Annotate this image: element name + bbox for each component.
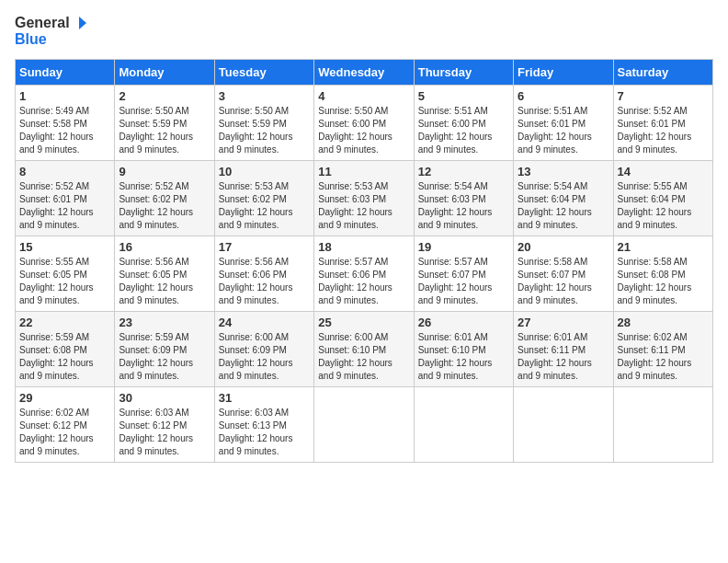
day-info: Sunrise: 5:50 AM Sunset: 5:59 PM Dayligh…: [119, 105, 210, 156]
day-number: 1: [19, 89, 110, 103]
day-info: Sunrise: 6:02 AM Sunset: 6:12 PM Dayligh…: [19, 407, 110, 458]
day-number: 14: [618, 165, 709, 178]
calendar-cell: 30Sunrise: 6:03 AM Sunset: 6:12 PM Dayli…: [115, 386, 214, 462]
day-number: 16: [119, 240, 210, 254]
calendar-cell: 9Sunrise: 5:52 AM Sunset: 6:02 PM Daylig…: [115, 160, 214, 236]
day-number: 7: [618, 89, 709, 103]
calendar-cell: [514, 386, 613, 462]
calendar-cell: 11Sunrise: 5:53 AM Sunset: 6:03 PM Dayli…: [314, 160, 414, 236]
calendar-cell: 28Sunrise: 6:02 AM Sunset: 6:11 PM Dayli…: [613, 311, 712, 386]
calendar-cell: 1Sunrise: 5:49 AM Sunset: 5:58 PM Daylig…: [16, 85, 115, 160]
calendar-cell: 13Sunrise: 5:54 AM Sunset: 6:04 PM Dayli…: [514, 160, 613, 236]
calendar-cell: 25Sunrise: 6:00 AM Sunset: 6:10 PM Dayli…: [314, 311, 414, 386]
day-number: 27: [518, 316, 609, 329]
day-info: Sunrise: 5:53 AM Sunset: 6:02 PM Dayligh…: [219, 180, 310, 232]
calendar-cell: 24Sunrise: 6:00 AM Sunset: 6:09 PM Dayli…: [214, 311, 313, 386]
calendar-table: SundayMondayTuesdayWednesdayThursdayFrid…: [15, 59, 713, 463]
day-number: 21: [618, 240, 709, 254]
day-number: 29: [19, 391, 110, 405]
logo-blue: Blue: [15, 31, 88, 48]
calendar-cell: 3Sunrise: 5:50 AM Sunset: 5:59 PM Daylig…: [214, 85, 313, 160]
day-number: 9: [119, 165, 210, 178]
day-number: 4: [318, 89, 409, 103]
day-number: 20: [518, 240, 609, 254]
day-info: Sunrise: 5:51 AM Sunset: 6:00 PM Dayligh…: [418, 105, 509, 156]
day-info: Sunrise: 6:03 AM Sunset: 6:13 PM Dayligh…: [219, 407, 310, 458]
day-info: Sunrise: 5:50 AM Sunset: 6:00 PM Dayligh…: [318, 105, 409, 156]
day-number: 25: [318, 316, 409, 329]
day-number: 15: [19, 240, 110, 254]
day-info: Sunrise: 5:57 AM Sunset: 6:06 PM Dayligh…: [318, 256, 409, 307]
logo-arrow-icon: [72, 15, 88, 31]
day-number: 10: [219, 165, 310, 178]
day-number: 23: [119, 316, 210, 329]
day-info: Sunrise: 5:52 AM Sunset: 6:01 PM Dayligh…: [19, 180, 110, 232]
day-number: 22: [19, 316, 110, 329]
calendar-cell: 19Sunrise: 5:57 AM Sunset: 6:07 PM Dayli…: [414, 236, 513, 311]
col-header-tuesday: Tuesday: [214, 59, 313, 85]
calendar-cell: 18Sunrise: 5:57 AM Sunset: 6:06 PM Dayli…: [314, 236, 414, 311]
calendar-cell: 10Sunrise: 5:53 AM Sunset: 6:02 PM Dayli…: [214, 160, 313, 236]
calendar-cell: 12Sunrise: 5:54 AM Sunset: 6:03 PM Dayli…: [414, 160, 513, 236]
day-number: 19: [418, 240, 509, 254]
col-header-thursday: Thursday: [414, 59, 513, 85]
day-info: Sunrise: 5:52 AM Sunset: 6:02 PM Dayligh…: [119, 180, 210, 232]
calendar-cell: 29Sunrise: 6:02 AM Sunset: 6:12 PM Dayli…: [16, 386, 115, 462]
day-info: Sunrise: 5:55 AM Sunset: 6:05 PM Dayligh…: [19, 256, 110, 307]
day-info: Sunrise: 5:59 AM Sunset: 6:08 PM Dayligh…: [19, 331, 110, 383]
day-number: 11: [318, 165, 409, 178]
logo: General Blue: [15, 15, 88, 48]
svg-marker-0: [79, 17, 86, 29]
day-info: Sunrise: 6:02 AM Sunset: 6:11 PM Dayligh…: [618, 331, 709, 383]
day-info: Sunrise: 5:51 AM Sunset: 6:01 PM Dayligh…: [518, 105, 609, 156]
calendar-cell: 21Sunrise: 5:58 AM Sunset: 6:08 PM Dayli…: [613, 236, 712, 311]
calendar-cell: 31Sunrise: 6:03 AM Sunset: 6:13 PM Dayli…: [214, 386, 313, 462]
day-number: 30: [119, 391, 210, 405]
calendar-cell: 5Sunrise: 5:51 AM Sunset: 6:00 PM Daylig…: [414, 85, 513, 160]
day-number: 26: [418, 316, 509, 329]
col-header-sunday: Sunday: [16, 59, 115, 85]
calendar-cell: 22Sunrise: 5:59 AM Sunset: 6:08 PM Dayli…: [16, 311, 115, 386]
calendar-cell: 14Sunrise: 5:55 AM Sunset: 6:04 PM Dayli…: [613, 160, 712, 236]
calendar-cell: 6Sunrise: 5:51 AM Sunset: 6:01 PM Daylig…: [514, 85, 613, 160]
day-number: 17: [219, 240, 310, 254]
day-number: 6: [518, 89, 609, 103]
col-header-monday: Monday: [115, 59, 214, 85]
page-header: General Blue: [15, 15, 713, 48]
day-info: Sunrise: 5:57 AM Sunset: 6:07 PM Dayligh…: [418, 256, 509, 307]
day-info: Sunrise: 6:03 AM Sunset: 6:12 PM Dayligh…: [119, 407, 210, 458]
col-header-wednesday: Wednesday: [314, 59, 414, 85]
day-info: Sunrise: 6:01 AM Sunset: 6:10 PM Dayligh…: [418, 331, 509, 383]
day-info: Sunrise: 5:54 AM Sunset: 6:04 PM Dayligh…: [518, 180, 609, 232]
calendar-cell: 16Sunrise: 5:56 AM Sunset: 6:05 PM Dayli…: [115, 236, 214, 311]
day-info: Sunrise: 5:50 AM Sunset: 5:59 PM Dayligh…: [219, 105, 310, 156]
day-info: Sunrise: 5:49 AM Sunset: 5:58 PM Dayligh…: [19, 105, 110, 156]
day-info: Sunrise: 5:56 AM Sunset: 6:05 PM Dayligh…: [119, 256, 210, 307]
calendar-cell: 23Sunrise: 5:59 AM Sunset: 6:09 PM Dayli…: [115, 311, 214, 386]
day-number: 12: [418, 165, 509, 178]
col-header-friday: Friday: [514, 59, 613, 85]
logo-container: General Blue: [15, 15, 88, 48]
day-info: Sunrise: 6:01 AM Sunset: 6:11 PM Dayligh…: [518, 331, 609, 383]
logo-general: General: [15, 15, 70, 31]
day-info: Sunrise: 5:58 AM Sunset: 6:08 PM Dayligh…: [618, 256, 709, 307]
calendar-cell: 27Sunrise: 6:01 AM Sunset: 6:11 PM Dayli…: [514, 311, 613, 386]
day-number: 31: [219, 391, 310, 405]
calendar-cell: 17Sunrise: 5:56 AM Sunset: 6:06 PM Dayli…: [214, 236, 313, 311]
day-info: Sunrise: 5:58 AM Sunset: 6:07 PM Dayligh…: [518, 256, 609, 307]
calendar-cell: 7Sunrise: 5:52 AM Sunset: 6:01 PM Daylig…: [613, 85, 712, 160]
calendar-cell: 4Sunrise: 5:50 AM Sunset: 6:00 PM Daylig…: [314, 85, 414, 160]
day-number: 2: [119, 89, 210, 103]
calendar-cell: 8Sunrise: 5:52 AM Sunset: 6:01 PM Daylig…: [16, 160, 115, 236]
day-info: Sunrise: 5:55 AM Sunset: 6:04 PM Dayligh…: [618, 180, 709, 232]
day-number: 28: [618, 316, 709, 329]
day-number: 18: [318, 240, 409, 254]
day-number: 8: [19, 165, 110, 178]
calendar-cell: [613, 386, 712, 462]
day-number: 5: [418, 89, 509, 103]
day-info: Sunrise: 5:53 AM Sunset: 6:03 PM Dayligh…: [318, 180, 409, 232]
col-header-saturday: Saturday: [613, 59, 712, 85]
calendar-cell: 20Sunrise: 5:58 AM Sunset: 6:07 PM Dayli…: [514, 236, 613, 311]
day-number: 13: [518, 165, 609, 178]
day-info: Sunrise: 5:52 AM Sunset: 6:01 PM Dayligh…: [618, 105, 709, 156]
